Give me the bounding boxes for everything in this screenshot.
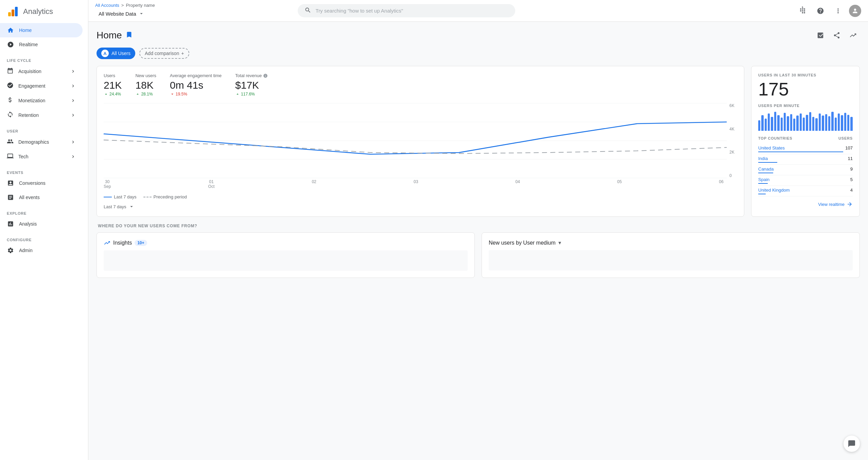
country-name[interactable]: Canada <box>758 166 774 172</box>
sidebar-item-monetization[interactable]: Monetization <box>0 93 83 108</box>
sidebar-item-all-events[interactable]: All events <box>0 190 83 205</box>
mini-bar-item <box>809 112 811 131</box>
stats-card: Users 21K 24.4% New users 18K <box>97 66 744 217</box>
trending-button[interactable] <box>846 29 860 42</box>
realtime-card: USERS IN LAST 30 MINUTES 175 USERS PER M… <box>751 66 860 217</box>
mini-bar-item <box>822 116 824 131</box>
new-users-dropdown-icon[interactable]: ▾ <box>558 240 561 246</box>
sidebar-item-acquisition[interactable]: Acquisition <box>0 64 83 78</box>
search-bar[interactable]: Try searching "how to set up Analytics" <box>298 4 515 17</box>
customize-button[interactable] <box>814 29 827 42</box>
sidebar-item-tech[interactable]: Tech <box>0 149 83 164</box>
mini-bar-item <box>761 115 763 131</box>
sidebar: Analytics Home Realtime LIFE CYCLE Acqui… <box>0 0 88 460</box>
mini-bar-item <box>790 114 792 131</box>
country-name[interactable]: Spain <box>758 177 769 182</box>
sidebar-label-demographics: Demographics <box>18 139 49 145</box>
sidebar-item-demographics[interactable]: Demographics <box>0 135 83 149</box>
sidebar-label-home: Home <box>19 28 32 33</box>
stat-revenue-change: 117.6% <box>235 92 268 96</box>
svg-rect-2 <box>15 7 18 16</box>
sidebar-item-analysis[interactable]: Analysis <box>0 217 83 231</box>
events-section-label: EVENTS <box>0 166 88 176</box>
top-countries-label: TOP COUNTRIES <box>758 136 792 140</box>
country-users: 4 <box>850 188 853 193</box>
explore-section-label: EXPLORE <box>0 207 88 217</box>
share-button[interactable] <box>830 29 844 42</box>
engagement-icon <box>7 82 14 90</box>
country-name[interactable]: India <box>758 156 768 161</box>
country-name[interactable]: United States <box>758 145 785 151</box>
new-users-card: New users by User medium ▾ <box>482 232 860 278</box>
sidebar-item-realtime[interactable]: Realtime <box>0 37 83 52</box>
sidebar-item-home[interactable]: Home <box>0 23 83 37</box>
mini-bar-item <box>815 118 817 131</box>
bottom-section: WHERE DO YOUR NEW USERS COME FROM? Insig… <box>97 224 860 278</box>
acquisition-icon <box>7 67 14 75</box>
legend-last7: Last 7 days <box>104 194 137 199</box>
insights-header: Insights 10+ <box>104 240 468 246</box>
stat-revenue-value: $17K <box>235 79 268 91</box>
breadcrumb-account[interactable]: All Accounts <box>95 3 119 8</box>
add-comparison-button[interactable]: Add comparison + <box>139 48 189 59</box>
chevron-right-icon5 <box>70 139 76 145</box>
period-dropdown-icon <box>128 204 135 210</box>
sidebar-item-engagement[interactable]: Engagement <box>0 78 83 93</box>
property-selector[interactable]: All Website Data <box>95 8 155 19</box>
demographics-icon <box>7 138 14 146</box>
period-selector[interactable]: Last 7 days <box>104 204 737 210</box>
sidebar-item-admin[interactable]: Admin <box>0 243 83 258</box>
help-button[interactable] <box>814 4 827 18</box>
mini-bar-item <box>847 115 849 131</box>
sidebar-label-engagement: Engagement <box>18 83 45 89</box>
mini-bar-item <box>787 116 789 131</box>
chip-letter: A <box>101 50 109 57</box>
sidebar-item-conversions[interactable]: Conversions <box>0 176 83 190</box>
sidebar-label-retention: Retention <box>18 112 39 118</box>
lifecycle-section-label: LIFE CYCLE <box>0 54 88 64</box>
country-bar <box>758 152 843 152</box>
user-avatar[interactable] <box>849 5 861 17</box>
country-users: 11 <box>848 156 853 161</box>
stat-new-users-change: 28.1% <box>135 92 156 96</box>
home-icon <box>7 26 14 34</box>
country-name[interactable]: United Kingdom <box>758 188 790 193</box>
mini-bar-item <box>768 113 770 131</box>
chat-icon <box>848 440 856 448</box>
stat-engagement-change: 19.5% <box>170 92 222 96</box>
stats-row: Users 21K 24.4% New users 18K <box>104 73 737 96</box>
view-realtime-link[interactable]: View realtime <box>758 201 853 207</box>
mini-bar-item <box>774 112 776 131</box>
stat-engagement-value: 0m 41s <box>170 79 222 91</box>
sidebar-item-retention[interactable]: Retention <box>0 108 83 122</box>
insights-label: Insights <box>113 240 132 246</box>
country-row: India 11 <box>758 154 853 165</box>
mini-bar-item <box>841 115 843 131</box>
search-placeholder: Try searching "how to set up Analytics" <box>315 8 403 14</box>
more-button[interactable] <box>831 4 845 18</box>
comparison-bar: A All Users Add comparison + <box>97 48 860 59</box>
svg-rect-1 <box>12 10 14 16</box>
main-grid: Users 21K 24.4% New users 18K <box>97 66 860 217</box>
page-title-row: Home <box>97 30 133 41</box>
chat-fab-button[interactable] <box>844 436 860 452</box>
mini-bar-item <box>771 117 773 131</box>
info-icon <box>263 73 268 78</box>
apps-button[interactable] <box>796 4 810 18</box>
arrow-right-icon <box>847 201 853 207</box>
user-section-label: USER <box>0 125 88 135</box>
countries-list: United States 107 India 11 Canada 9 Spai… <box>758 144 853 196</box>
all-users-label: All Users <box>111 51 131 56</box>
trending-up-icon <box>104 240 110 246</box>
analytics-logo-icon <box>7 5 19 18</box>
page-bookmark-icon[interactable] <box>125 31 133 40</box>
topbar-actions <box>796 4 861 18</box>
all-users-chip[interactable]: A All Users <box>97 48 135 59</box>
page-title: Home <box>97 30 122 41</box>
mini-bar-item <box>793 119 795 131</box>
mini-bar-item <box>800 113 802 131</box>
tech-icon <box>7 153 14 160</box>
mini-bar-item <box>781 118 783 131</box>
stat-users: Users 21K 24.4% <box>104 73 122 96</box>
country-row: United States 107 <box>758 144 853 154</box>
